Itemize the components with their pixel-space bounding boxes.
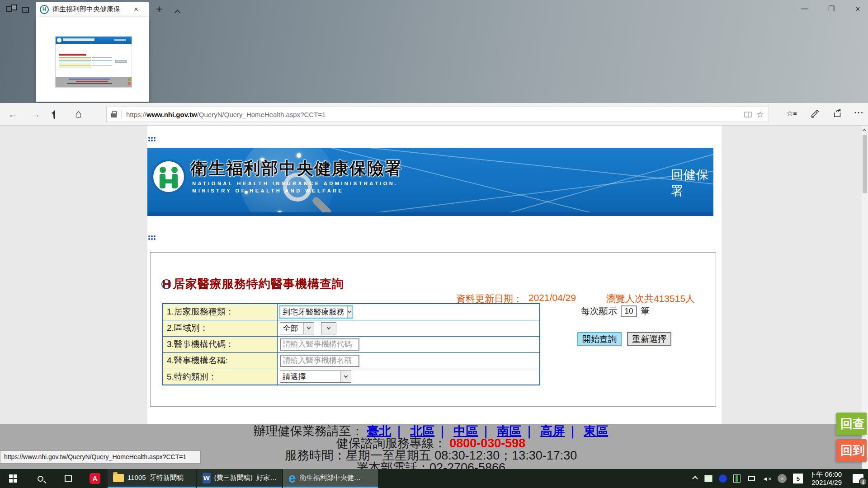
reset-button[interactable]: 重新選擇 xyxy=(627,332,671,346)
table-row: 2.區域別： 全部 xyxy=(163,320,540,336)
region-link-south[interactable]: 南區 xyxy=(497,424,521,438)
thumb-header xyxy=(56,37,132,44)
query-title: 居家醫療服務特約醫事機構查詢 xyxy=(173,276,344,292)
edge-icon: e xyxy=(288,473,296,483)
service-type-select[interactable]: 到宅牙醫醫療服務 xyxy=(280,306,352,318)
search-button[interactable]: 開始查詢 xyxy=(577,332,622,346)
institution-name-input[interactable] xyxy=(280,355,359,367)
tab-preview-pane xyxy=(36,17,149,102)
region-link-central[interactable]: 中區 xyxy=(453,424,478,438)
table-row: 5.特約類別： 請選擇 xyxy=(163,369,540,385)
search-button[interactable] xyxy=(26,469,54,488)
status-bar-url: https://www.nhi.gov.tw/QueryN/Query_Home… xyxy=(0,450,201,464)
notification-center-icon[interactable]: 4 xyxy=(853,474,863,483)
edge-window-label: 衛生福利部中央健… xyxy=(300,474,361,482)
windows-taskbar: A 11005_牙特新聞稿 W (費三新聞稿)_好家… e 衛生福利部中央健… … xyxy=(0,469,868,488)
disconnected-tray-icon[interactable]: × xyxy=(778,474,787,483)
site-subtitle-en2: MINISTRY OF HEALTH AND WELFARE xyxy=(192,188,344,193)
explorer-taskbar-button[interactable]: 11005_牙特新聞稿 xyxy=(108,469,196,488)
more-menu-icon[interactable]: ⋯ xyxy=(854,107,863,118)
task-view-button[interactable] xyxy=(54,469,82,488)
graphics-tray-icon[interactable] xyxy=(704,475,712,482)
clock-date: 2021/4/29 xyxy=(809,479,842,487)
clock-time: 下午 06:00 xyxy=(809,470,842,479)
site-banner: 衛生福利部中央健康保險署 NATIONAL HEALTH INSURANCE A… xyxy=(147,148,713,216)
network-icon[interactable] xyxy=(747,474,756,483)
system-tray: ◄× × 5 下午 06:00 2021/4/29 4 xyxy=(693,470,868,487)
notification-badge: 4 xyxy=(859,478,867,486)
tabs-set-aside-icon[interactable]: ← xyxy=(22,5,37,15)
row1-label: 1.居家服務種類： xyxy=(163,304,277,320)
window-close-button[interactable]: × xyxy=(855,5,860,14)
visitor-count: 瀏覽人次共413515人 xyxy=(606,292,695,305)
nhi-favicon: H xyxy=(40,5,49,14)
set-tabs-aside-icon[interactable] xyxy=(6,5,17,14)
word-icon: W xyxy=(203,473,211,483)
tab-preview-thumbnail[interactable] xyxy=(55,36,132,88)
scroll-up-icon[interactable] xyxy=(863,129,866,132)
task-view-icon xyxy=(65,475,72,482)
tab-bar-strip: ← H 衛生福利部中央健康保 × + — ❐ × xyxy=(0,0,868,103)
per-page-input[interactable] xyxy=(621,305,637,317)
back-to-nhi-link[interactable]: 回健保署 xyxy=(671,167,713,199)
tab-close-icon[interactable]: × xyxy=(134,5,138,14)
home-icon[interactable]: ⌂ xyxy=(75,107,82,120)
contract-type-select[interactable]: 請選擇 xyxy=(280,371,351,383)
back-icon[interactable]: ← xyxy=(8,108,18,120)
per-page-label: 每次顯示 xyxy=(581,305,617,317)
collapse-tab-preview-icon[interactable] xyxy=(175,8,179,16)
region-link-east[interactable]: 東區 xyxy=(584,424,608,438)
window-minimize-button[interactable]: — xyxy=(801,5,808,13)
tab-title: 衛生福利部中央健康保 xyxy=(52,5,130,14)
row3-label: 3.醫事機構代碼： xyxy=(163,336,277,352)
acrobat-icon: A xyxy=(90,473,100,484)
sub-region-select[interactable] xyxy=(321,322,336,334)
web-note-pen-icon[interactable] xyxy=(810,108,820,120)
address-bar[interactable]: https://www.nhi.gov.tw/QueryN/Query_Home… xyxy=(106,107,769,122)
forward-icon[interactable]: → xyxy=(31,108,41,120)
favorites-hub-icon[interactable]: ☆≡ xyxy=(787,109,797,117)
add-favorite-icon[interactable]: ☆ xyxy=(756,109,764,120)
share-icon[interactable] xyxy=(833,108,843,120)
edge-taskbar-button[interactable]: e 衛生福利部中央健… xyxy=(283,469,378,488)
hidden-icons-chevron[interactable] xyxy=(692,476,698,482)
windows-logo-icon xyxy=(9,474,17,483)
battery-tray-icon[interactable] xyxy=(733,474,741,483)
reading-view-icon[interactable] xyxy=(744,112,752,117)
row5-label: 5.特約類別： xyxy=(163,369,277,385)
skip-links-dots[interactable] xyxy=(148,235,156,243)
table-row: 1.居家服務種類： 到宅牙醫醫療服務 xyxy=(163,304,540,320)
region-link-kaoping[interactable]: 高屏 xyxy=(540,424,565,438)
table-row: 3.醫事機構代碼： xyxy=(163,336,540,352)
region-link-taipei[interactable]: 臺北 xyxy=(367,424,391,438)
volume-muted-icon[interactable]: ◄× xyxy=(762,474,771,483)
explorer-window-label: 11005_牙特新聞稿 xyxy=(127,474,184,482)
footer-line1-label: 辦理健保業務請至： xyxy=(254,424,363,438)
skip-links-dots[interactable] xyxy=(148,137,156,144)
quick-nav-query-button[interactable]: 回查 xyxy=(836,413,867,435)
acrobat-taskbar-button[interactable]: A xyxy=(82,469,108,488)
word-taskbar-button[interactable]: W (費三新聞稿)_好家… xyxy=(197,469,282,488)
taskbar-clock[interactable]: 下午 06:00 2021/4/29 xyxy=(809,470,842,487)
search-icon xyxy=(38,476,43,482)
region-link-north[interactable]: 北區 xyxy=(410,424,434,438)
start-button[interactable] xyxy=(0,469,26,488)
quick-nav-top-button[interactable]: 回到 xyxy=(836,439,867,462)
ime-icon[interactable]: 5 xyxy=(793,474,803,483)
window-maximize-button[interactable]: ❐ xyxy=(828,5,835,13)
scrollbar-thumb[interactable] xyxy=(863,135,867,193)
row2-label: 2.區域別： xyxy=(163,320,277,336)
hotline-label: 健保諮詢服務專線： xyxy=(336,436,446,450)
url-text[interactable]: https://www.nhi.gov.tw/QueryN/Query_Home… xyxy=(126,111,740,118)
updated-date: 2021/04/29 xyxy=(528,292,576,303)
site-title: 衛生福利部中央健康保險署 xyxy=(191,157,402,180)
page-column: 衛生福利部中央健康保險署 NATIONAL HEALTH INSURANCE A… xyxy=(147,126,722,424)
folder-icon xyxy=(113,474,124,482)
browser-tab[interactable]: H 衛生福利部中央健康保 × xyxy=(36,2,149,17)
new-tab-button[interactable]: + xyxy=(156,3,162,15)
hotline-number: 0800-030-598 xyxy=(449,436,525,450)
institution-code-input[interactable] xyxy=(280,338,359,351)
region-select[interactable]: 全部 xyxy=(280,322,314,334)
audio-app-tray-icon[interactable] xyxy=(719,474,727,483)
refresh-icon[interactable] xyxy=(53,109,55,117)
